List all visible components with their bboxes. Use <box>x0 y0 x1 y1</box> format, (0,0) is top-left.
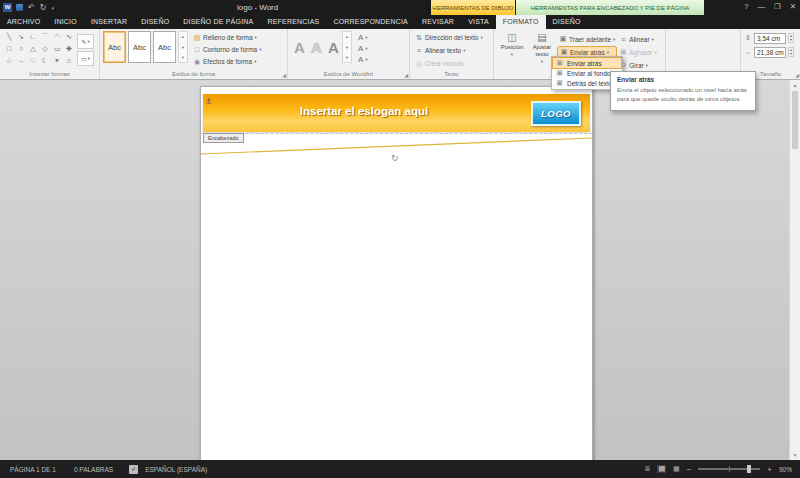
shape-effects-button[interactable]: ◉ Efectos de forma ▾ <box>191 56 263 67</box>
tab-vista[interactable]: VISTA <box>461 15 496 29</box>
vertical-scrollbar[interactable]: ▲ ▼ <box>789 80 800 460</box>
shape-style-thumb[interactable]: Abc <box>128 31 151 63</box>
logo-placeholder[interactable]: LOGO <box>531 101 581 126</box>
gallery-scroll[interactable]: ▴ ▾ ▾ <box>178 31 188 63</box>
menu-item-label: Enviar al fondo <box>567 70 610 77</box>
web-layout-icon[interactable]: ▦ <box>673 465 680 473</box>
gallery-up-icon[interactable]: ▴ <box>182 34 184 39</box>
shape-icon[interactable]: ◠ <box>51 31 63 43</box>
undo-icon[interactable]: ↶ <box>28 3 35 12</box>
language-indicator[interactable]: ESPAÑOL (ESPAÑA) <box>145 466 207 473</box>
help-icon[interactable]: ? <box>744 2 748 11</box>
zoom-out-icon[interactable]: − <box>687 465 692 474</box>
header-banner-shape[interactable]: Insertar el eslogan aquí LOGO <box>203 94 590 132</box>
shape-width-input[interactable]: 21,38 cm <box>754 47 786 58</box>
read-mode-icon[interactable]: ≣ <box>645 465 651 473</box>
wordart-style-thumb[interactable]: A <box>308 31 325 63</box>
scroll-down-icon[interactable]: ▼ <box>790 450 800 460</box>
save-icon[interactable] <box>16 4 23 11</box>
shape-icon[interactable]: ○ <box>15 43 27 55</box>
shape-icon[interactable]: ∟ <box>27 31 39 43</box>
zoom-slider-thumb[interactable] <box>747 465 751 473</box>
slogan-text[interactable]: Insertar el eslogan aquí <box>233 105 495 117</box>
tab-inicio[interactable]: INICIO <box>47 15 84 29</box>
shape-fill-button[interactable]: ▨ Relleno de forma ▾ <box>191 32 263 43</box>
word-count[interactable]: 0 PALABRAS <box>74 466 113 473</box>
height-spinner[interactable]: ▴▾ <box>788 33 794 43</box>
shape-icon[interactable]: ▭ <box>51 43 63 55</box>
word-app-icon[interactable]: W <box>3 3 12 12</box>
align-objects-button[interactable]: ≡ Alinear ▾ <box>617 33 658 45</box>
shape-style-thumb[interactable]: Abc <box>153 31 176 63</box>
rotate-handle-icon[interactable]: ↻ <box>391 153 399 163</box>
group-objects-button[interactable]: ▣ Agrupar ▾ <box>617 46 658 58</box>
tab-formato[interactable]: FORMATO <box>496 15 546 29</box>
tab-diseno-encabezado[interactable]: DISEÑO <box>546 15 588 29</box>
shapes-gallery: ╲ ↘ ∟ ⌒ ◠ ∿ □ ○ △ ◇ ▭ ✚ ☆ → ♡ ☾ ✶ <box>3 31 75 67</box>
text-fill-button[interactable]: A▾ <box>358 32 368 42</box>
gallery-down-icon[interactable]: ▾ <box>182 45 184 50</box>
gallery-more-icon[interactable]: ▾ <box>182 55 184 60</box>
shape-icon[interactable]: □ <box>3 43 15 55</box>
redo-icon[interactable]: ↻ <box>40 3 47 12</box>
width-spinner[interactable]: ▴▾ <box>788 47 794 57</box>
ribbon-tab-bar: ARCHIVO INICIO INSERTAR DISEÑO DISEÑO DE… <box>0 15 800 29</box>
proofing-icon[interactable]: ✓ <box>129 465 138 474</box>
restore-icon[interactable]: ❐ <box>774 2 781 11</box>
shape-icon[interactable]: ↘ <box>15 31 27 43</box>
text-outline-button[interactable]: A▾ <box>358 43 368 53</box>
shape-icon[interactable]: ✚ <box>63 43 75 55</box>
shape-height-icon: ⇕ <box>744 34 752 42</box>
print-layout-icon[interactable]: ▤ <box>657 465 666 473</box>
wordart-style-thumb[interactable]: A <box>291 31 308 63</box>
customize-qat-icon[interactable]: ▾ <box>51 5 54 11</box>
text-direction-button[interactable]: ⇅ Dirección del texto ▾ <box>413 31 490 44</box>
shape-icon[interactable]: ☾ <box>39 55 51 67</box>
scrollbar-thumb[interactable] <box>792 91 798 149</box>
scroll-up-icon[interactable]: ▲ <box>790 80 800 90</box>
shape-icon[interactable]: ╲ <box>3 31 15 43</box>
tab-diseno-de-pagina[interactable]: DISEÑO DE PÁGINA <box>176 15 260 29</box>
minimize-icon[interactable]: — <box>757 2 765 11</box>
chevron-down-icon: ▾ <box>646 63 648 68</box>
gallery-scroll[interactable]: ▴ ▾ ▾ <box>342 31 352 63</box>
text-effects-button[interactable]: A▾ <box>358 54 368 64</box>
edit-shape-button[interactable]: ✎▾ <box>77 34 94 49</box>
close-icon[interactable]: ✕ <box>790 2 796 11</box>
shape-fill-icon: ▨ <box>193 34 201 42</box>
wordart-style-thumb[interactable]: A <box>325 31 342 63</box>
document-page[interactable]: ⚓ Insertar el eslogan aquí LOGO Encabeza… <box>200 86 593 460</box>
shape-icon[interactable]: ∿ <box>63 31 75 43</box>
create-link-button[interactable]: ◎ Crear vínculo <box>413 57 490 70</box>
shape-icon[interactable]: ✶ <box>51 55 63 67</box>
page-count[interactable]: PÁGINA 1 DE 1 <box>10 466 56 473</box>
text-box-button[interactable]: ▭▾ <box>77 51 94 66</box>
tab-correspondencia[interactable]: CORRESPONDENCIA <box>326 15 415 29</box>
tab-referencias[interactable]: REFERENCIAS <box>260 15 326 29</box>
tab-diseno[interactable]: DISEÑO <box>134 15 176 29</box>
shape-outline-button[interactable]: □ Contorno de forma ▾ <box>191 44 263 55</box>
shape-icon[interactable]: △ <box>27 43 39 55</box>
shape-icon[interactable]: ⌒ <box>39 31 51 43</box>
tab-archivo[interactable]: ARCHIVO <box>0 15 47 29</box>
bring-forward-button[interactable]: ▣ Traer adelante ▾ <box>557 33 617 45</box>
gallery-down-icon[interactable]: ▾ <box>346 45 348 50</box>
zoom-level[interactable]: 90% <box>779 466 792 473</box>
gallery-more-icon[interactable]: ▾ <box>346 55 348 60</box>
tab-insertar[interactable]: INSERTAR <box>84 15 134 29</box>
shape-icon[interactable]: ◇ <box>39 43 51 55</box>
shape-height-input[interactable]: 3,54 cm <box>754 33 786 44</box>
gallery-up-icon[interactable]: ▴ <box>346 34 348 39</box>
position-button[interactable]: ◫ Posición ▾ <box>497 31 527 71</box>
shape-icon[interactable]: ☆ <box>3 55 15 67</box>
shape-icon[interactable]: ♡ <box>27 55 39 67</box>
tab-revisar[interactable]: REVISAR <box>415 15 461 29</box>
text-outline-icon: A <box>358 44 363 53</box>
shape-style-thumb[interactable]: Abc <box>103 31 126 63</box>
menu-item-enviar-atras[interactable]: ▣ Enviar atrás <box>553 58 621 68</box>
zoom-slider[interactable] <box>698 468 760 470</box>
zoom-in-icon[interactable]: + <box>767 465 772 474</box>
shape-icon[interactable]: → <box>15 55 27 67</box>
shape-icon[interactable]: ⌂ <box>63 55 75 67</box>
align-text-button[interactable]: ≡ Alinear texto ▾ <box>413 44 490 57</box>
